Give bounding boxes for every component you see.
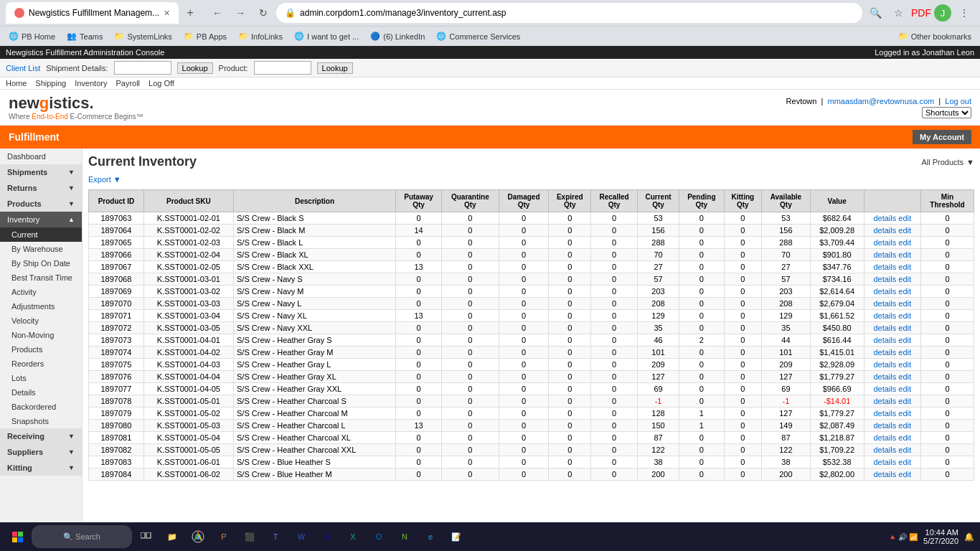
details-link[interactable]: details — [873, 299, 896, 308]
edit-link[interactable]: edit — [898, 446, 911, 454]
client-list-link[interactable]: Client List — [6, 64, 40, 72]
shipment-lookup-button[interactable]: Lookup — [177, 62, 213, 74]
nav-shipping[interactable]: Shipping — [35, 79, 66, 88]
star-icon[interactable]: ☆ — [888, 3, 908, 23]
chrome-icon[interactable] — [187, 525, 209, 548]
edit-link[interactable]: edit — [898, 214, 911, 222]
edit-link[interactable]: edit — [898, 324, 911, 332]
details-link[interactable]: details — [873, 348, 896, 357]
tab-close-icon[interactable]: ✕ — [164, 9, 170, 18]
sidebar-item-dashboard[interactable]: Dashboard — [0, 149, 82, 164]
excel-icon[interactable]: X — [341, 525, 364, 548]
details-link[interactable]: details — [873, 263, 896, 271]
browser-tab[interactable]: Newgistics Fulfillment Managem... ✕ — [6, 2, 179, 24]
skype-icon[interactable]: S — [316, 525, 339, 548]
bookmark-systemlinks[interactable]: 📁 SystemLinks — [111, 30, 174, 42]
bookmark-teams[interactable]: 👥 Teams — [64, 30, 105, 42]
sidebar-sub-lots[interactable]: Lots — [0, 371, 82, 385]
details-link[interactable]: details — [873, 470, 896, 479]
details-link[interactable]: details — [873, 250, 896, 259]
word-icon[interactable]: W — [290, 525, 313, 548]
bookmark-pb-home[interactable]: 🌐 PB Home — [6, 30, 58, 42]
search-taskbar-button[interactable]: 🔍 Search — [32, 525, 132, 548]
details-link[interactable]: details — [873, 275, 896, 283]
edit-link[interactable]: edit — [898, 336, 911, 344]
shortcuts-select[interactable]: Shortcuts — [922, 107, 971, 118]
details-link[interactable]: details — [873, 214, 896, 222]
refresh-button[interactable]: ↻ — [253, 3, 273, 23]
sidebar-item-returns[interactable]: Returns▼ — [0, 180, 82, 196]
edit-link[interactable]: edit — [898, 470, 911, 479]
search-icon[interactable]: 🔍 — [865, 3, 885, 23]
sidebar-sub-best-transit[interactable]: Best Transit Time — [0, 270, 82, 285]
edit-link[interactable]: edit — [898, 287, 911, 296]
details-link[interactable]: details — [873, 287, 896, 296]
product-lookup-button[interactable]: Lookup — [317, 62, 353, 74]
edit-link[interactable]: edit — [898, 360, 911, 369]
logout-link[interactable]: Log out — [945, 97, 971, 105]
sidebar-sub-by-warehouse[interactable]: By Warehouse — [0, 242, 82, 256]
outlook-icon[interactable]: O — [367, 525, 390, 548]
edit-link[interactable]: edit — [898, 226, 911, 235]
edit-link[interactable]: edit — [898, 397, 911, 405]
details-link[interactable]: details — [873, 324, 896, 332]
details-link[interactable]: details — [873, 397, 896, 405]
edit-link[interactable]: edit — [898, 250, 911, 259]
all-products-button[interactable]: All Products ▼ — [921, 158, 974, 166]
sidebar-sub-activity[interactable]: Activity — [0, 285, 82, 299]
details-link[interactable]: details — [873, 238, 896, 247]
details-link[interactable]: details — [873, 385, 896, 393]
back-button[interactable]: ← — [207, 3, 227, 23]
edit-link[interactable]: edit — [898, 263, 911, 271]
product-input[interactable] — [254, 61, 311, 75]
details-link[interactable]: details — [873, 360, 896, 369]
edit-link[interactable]: edit — [898, 238, 911, 247]
start-button[interactable] — [6, 525, 29, 548]
sidebar-sub-details[interactable]: Details — [0, 385, 82, 400]
bookmark-linkedin[interactable]: 🔵 (6) LinkedIn — [367, 30, 428, 42]
bookmark-commerce[interactable]: 🌐 Commerce Services — [433, 30, 523, 42]
edit-link[interactable]: edit — [898, 275, 911, 283]
details-link[interactable]: details — [873, 336, 896, 344]
shipment-details-input[interactable] — [114, 61, 171, 75]
sidebar-sub-reorders[interactable]: Reorders — [0, 357, 82, 371]
nav-inventory[interactable]: Inventory — [75, 79, 107, 88]
sidebar-sub-non-moving[interactable]: Non-Moving — [0, 328, 82, 342]
teams-icon[interactable]: T — [264, 525, 287, 548]
my-account-button[interactable]: My Account — [913, 130, 971, 144]
user-email-link[interactable]: mmaasdam@revtownusa.com — [827, 97, 934, 105]
details-link[interactable]: details — [873, 446, 896, 454]
edge-icon[interactable]: e — [419, 525, 442, 548]
sticky-notes-icon[interactable]: 📝 — [445, 525, 468, 548]
details-link[interactable]: details — [873, 372, 896, 381]
menu-icon[interactable]: ⋮ — [954, 3, 974, 23]
sidebar-sub-adjustments[interactable]: Adjustments — [0, 299, 82, 314]
powerpoint-icon[interactable]: P — [212, 525, 235, 548]
details-link[interactable]: details — [873, 458, 896, 466]
sidebar-item-shipments[interactable]: Shipments▼ — [0, 164, 82, 180]
edit-link[interactable]: edit — [898, 299, 911, 308]
notification-icon[interactable]: 🔔 — [964, 532, 974, 542]
sidebar-sub-current[interactable]: Current — [0, 227, 82, 242]
details-link[interactable]: details — [873, 409, 896, 418]
export-button[interactable]: Export ▼ — [88, 175, 974, 184]
sidebar-item-suppliers[interactable]: Suppliers▼ — [0, 444, 82, 460]
nav-payroll[interactable]: Payroll — [116, 79, 140, 88]
bookmark-pb-apps[interactable]: 📁 PB Apps — [181, 30, 230, 42]
sidebar-sub-backordered[interactable]: Backordered — [0, 400, 82, 414]
terminal-icon[interactable]: ⬛ — [238, 525, 261, 548]
sidebar-item-inventory[interactable]: Inventory▲ — [0, 212, 82, 227]
edit-link[interactable]: edit — [898, 348, 911, 357]
sidebar-item-products[interactable]: Products▼ — [0, 196, 82, 212]
onenote-icon[interactable]: N — [393, 525, 416, 548]
sidebar-sub-snapshots[interactable]: Snapshots — [0, 414, 82, 428]
nav-home[interactable]: Home — [6, 79, 27, 88]
sidebar-item-receiving[interactable]: Receiving▼ — [0, 428, 82, 444]
details-link[interactable]: details — [873, 433, 896, 442]
details-link[interactable]: details — [873, 226, 896, 235]
bookmark-iwantto[interactable]: 🌐 I want to get ... — [291, 30, 362, 42]
sidebar-sub-products[interactable]: Products — [0, 342, 82, 357]
new-tab-button[interactable]: + — [182, 4, 199, 22]
sidebar-sub-velocity[interactable]: Velocity — [0, 314, 82, 328]
edit-link[interactable]: edit — [898, 372, 911, 381]
